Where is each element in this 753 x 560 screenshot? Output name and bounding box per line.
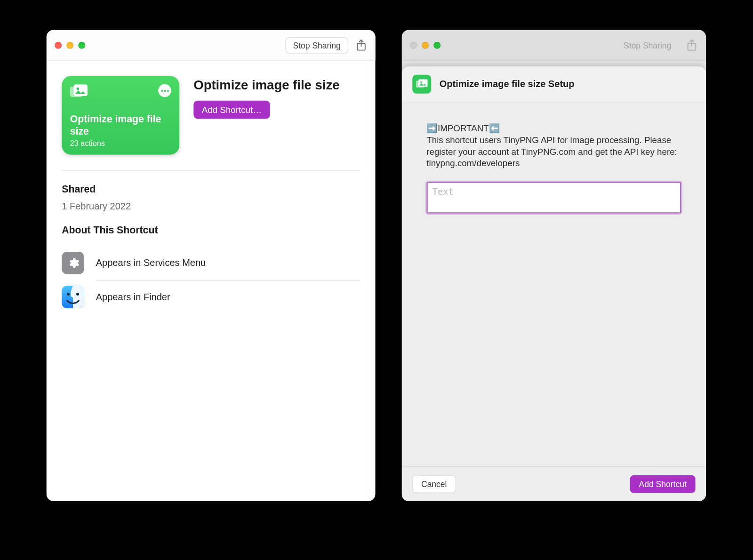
titlebar: Stop Sharing [47,30,376,61]
add-shortcut-button[interactable]: Add Shortcut [630,475,696,493]
close-window-button[interactable] [55,41,62,48]
photos-icon [70,84,88,100]
about-row-services: Appears in Services Menu [62,246,360,280]
shortcut-card[interactable]: Optimize image file size 23 actions [62,76,179,155]
setup-message: ➡️IMPORTANT⬅️ This shortcut users TinyPN… [426,122,681,169]
svg-point-3 [77,88,79,90]
svg-point-6 [76,293,79,296]
more-icon[interactable] [158,84,171,97]
shortcut-details-window: Stop Sharing [47,30,376,501]
page-title: Optimize image file size [193,77,360,93]
svg-rect-2 [73,85,88,96]
cancel-button[interactable]: Cancel [412,475,456,493]
card-subtitle: 23 actions [70,139,171,148]
minimize-window-button[interactable] [66,41,73,48]
add-shortcut-button[interactable]: Add Shortcut… [193,100,270,119]
about-label: Appears in Services Menu [96,258,206,269]
svg-point-5 [67,293,70,296]
shared-date: 1 February 2022 [62,201,360,212]
stop-sharing-button[interactable]: Stop Sharing [285,37,348,53]
svg-point-10 [420,81,422,83]
sheet-title: Optimize image file size Setup [440,79,575,90]
gear-icon [62,252,84,274]
finder-icon [62,286,84,309]
about-label: Appears in Finder [96,292,170,303]
about-row-finder: Appears in Finder [62,280,360,314]
sheet-header: Optimize image file size Setup [402,66,706,102]
svg-rect-9 [418,79,428,87]
card-title: Optimize image file size [70,114,171,138]
about-heading: About This Shortcut [62,225,360,237]
share-icon[interactable] [355,39,367,52]
setup-sheet: Optimize image file size Setup ➡️IMPORTA… [402,66,706,501]
api-key-input[interactable] [426,182,681,214]
shared-heading: Shared [62,184,360,195]
photos-icon [412,75,431,94]
traffic-lights [55,41,85,48]
zoom-window-button[interactable] [78,41,85,48]
shortcut-setup-window: Stop Sharing [402,30,706,501]
